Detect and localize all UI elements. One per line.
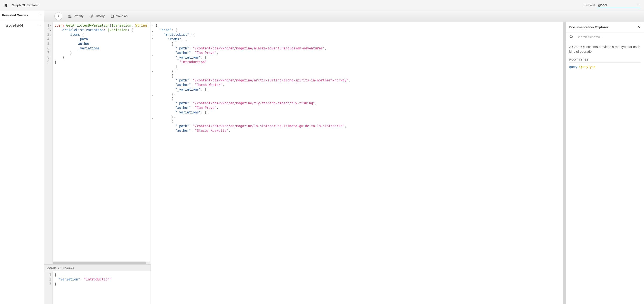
home-icon[interactable] <box>4 3 8 8</box>
horizontal-scrollbar[interactable] <box>53 262 150 264</box>
svg-point-1 <box>39 25 40 25</box>
endpoint-value: global <box>598 3 607 7</box>
plus-icon <box>38 13 42 16</box>
prettify-button[interactable]: Prettify <box>68 14 84 18</box>
docs-root-types-heading: ROOT TYPES <box>569 58 640 63</box>
query-variables-header[interactable]: QUERY VARIABLES <box>44 264 150 271</box>
docs-root-type-row[interactable]: query: QueryType <box>569 65 640 69</box>
persisted-query-menu-button[interactable] <box>37 23 41 28</box>
play-icon <box>57 14 60 18</box>
app-title: GraphiQL Explorer <box>12 3 39 7</box>
chevron-down-icon <box>636 4 639 6</box>
add-persisted-query-button[interactable] <box>38 13 42 17</box>
vars-gutter: 1 2 3 <box>44 271 53 304</box>
persisted-queries-title: Persisted Queries <box>2 13 28 17</box>
docs-title: Documentation Explorer <box>569 25 608 29</box>
more-horizontal-icon <box>37 23 41 27</box>
save-icon <box>110 14 114 18</box>
endpoint-label: Endpoint <box>584 3 595 7</box>
history-icon <box>89 14 93 18</box>
query-variables-editor[interactable]: 1 2 3 { "variation": "Introduction" } <box>44 271 150 304</box>
results-fold-gutter: ▾ ▾▾▾ ▾ ▾ ▾ ▾ <box>151 22 154 304</box>
persisted-query-name: article-list-01 <box>6 24 23 27</box>
svg-point-0 <box>38 25 38 25</box>
endpoint-dropdown[interactable]: global <box>597 2 640 8</box>
query-editor[interactable]: 1▾ 2▾ 3▾ 4 5 6 7 8 9 query GetArticlesBy… <box>44 22 150 264</box>
persisted-query-item[interactable]: article-list-01 <box>0 20 44 31</box>
documentation-explorer: Documentation Explorer A GraphQL schema … <box>566 22 644 304</box>
svg-point-2 <box>40 25 41 25</box>
docs-close-button[interactable] <box>637 25 640 29</box>
save-as-button[interactable]: Save As <box>110 14 128 18</box>
search-icon <box>569 35 574 39</box>
app-header: GraphiQL Explorer Endpoint global <box>0 0 644 10</box>
persisted-queries-sidebar: Persisted Queries article-list-01 <box>0 10 44 304</box>
history-button[interactable]: History <box>89 14 104 18</box>
close-icon <box>637 25 640 28</box>
docs-description: A GraphQL schema provides a root type fo… <box>569 44 640 54</box>
graphiql-toolbar: Prettify History Save As <box>44 10 644 22</box>
execute-query-button[interactable] <box>54 12 62 20</box>
docs-search-input[interactable] <box>577 35 640 39</box>
results-viewer[interactable]: ▾ ▾▾▾ ▾ ▾ ▾ ▾ { "data": { "articleList":… <box>151 22 566 304</box>
query-gutter: 1▾ 2▾ 3▾ 4 5 6 7 8 9 <box>44 22 53 264</box>
prettify-icon <box>68 14 72 18</box>
